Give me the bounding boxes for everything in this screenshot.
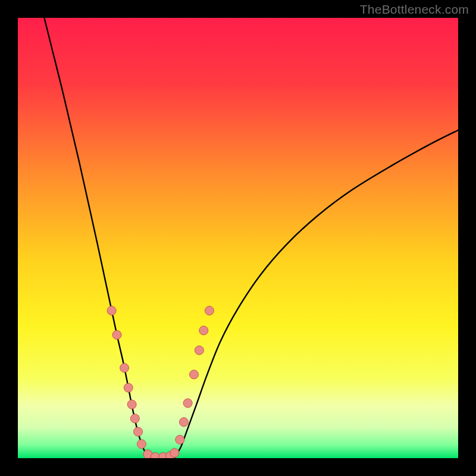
data-marker [183,399,192,408]
data-marker [199,326,208,335]
data-marker [137,440,146,449]
data-marker [134,427,143,436]
data-marker [176,435,184,444]
data-marker [170,449,179,458]
data-marker [124,383,133,392]
data-marker [190,370,199,379]
data-marker [179,418,188,427]
plot-area [18,18,458,458]
data-marker [120,364,129,372]
data-marker [205,306,214,315]
watermark-text: TheBottleneck.com [360,2,469,17]
data-marker [112,330,121,339]
data-marker [195,346,203,355]
chart-frame: TheBottleneck.com [0,0,476,476]
data-marker [127,400,136,409]
data-marker [130,414,139,423]
bottleneck-curve [18,18,458,458]
data-marker [107,306,116,315]
